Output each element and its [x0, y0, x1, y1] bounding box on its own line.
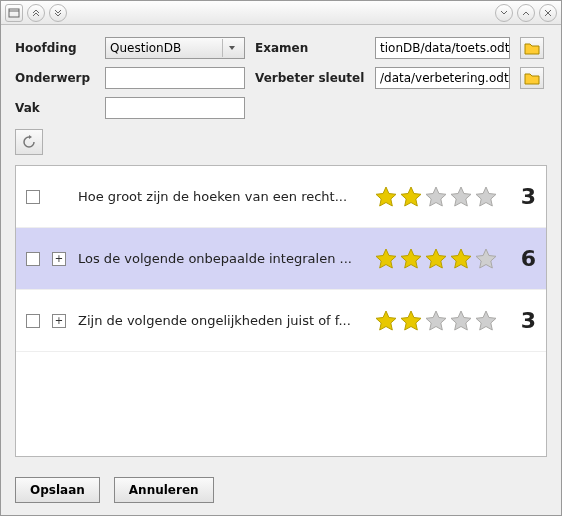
app-window: Hoofding QuestionDB Examen tionDB/data/t… [0, 0, 562, 516]
question-count: 3 [512, 184, 536, 209]
expand-icon[interactable]: + [52, 314, 66, 328]
question-text: Zijn de volgende ongelijkheden juist of … [78, 313, 360, 328]
star-icon [424, 309, 448, 333]
examen-browse-button[interactable] [520, 37, 544, 59]
close-icon[interactable] [539, 4, 557, 22]
rating-stars [374, 247, 498, 271]
star-icon [474, 309, 498, 333]
star-icon [399, 247, 423, 271]
star-icon [424, 247, 448, 271]
svg-rect-0 [9, 9, 19, 17]
hoofding-dropdown[interactable]: QuestionDB [105, 37, 245, 59]
question-count: 3 [512, 308, 536, 333]
form-grid: Hoofding QuestionDB Examen tionDB/data/t… [15, 37, 547, 119]
maximize-icon[interactable] [517, 4, 535, 22]
question-row[interactable]: +Los de volgende onbepaalde integralen .… [16, 228, 546, 290]
row-checkbox[interactable] [26, 252, 40, 266]
verbeter-value: /data/verbetering.odt [380, 71, 509, 85]
onderwerp-label: Onderwerp [15, 71, 95, 85]
cancel-button[interactable]: Annuleren [114, 477, 214, 503]
titlebar [1, 1, 561, 25]
question-text: Hoe groot zijn de hoeken van een recht..… [78, 189, 360, 204]
vak-label: Vak [15, 101, 95, 115]
save-button[interactable]: Opslaan [15, 477, 100, 503]
rollup-down-icon[interactable] [49, 4, 67, 22]
refresh-button[interactable] [15, 129, 43, 155]
star-icon [424, 185, 448, 209]
minimize-icon[interactable] [495, 4, 513, 22]
hoofding-label: Hoofding [15, 41, 95, 55]
verbeter-label: Verbeter sleutel [255, 71, 365, 85]
star-icon [399, 309, 423, 333]
app-menu-icon[interactable] [5, 4, 23, 22]
star-icon [374, 185, 398, 209]
star-icon [374, 309, 398, 333]
refresh-icon [21, 134, 37, 150]
examen-value: tionDB/data/toets.odt [380, 41, 509, 55]
star-icon [474, 247, 498, 271]
rollup-up-icon[interactable] [27, 4, 45, 22]
row-checkbox[interactable] [26, 190, 40, 204]
expand-icon[interactable]: + [52, 252, 66, 266]
question-row[interactable]: Hoe groot zijn de hoeken van een recht..… [16, 166, 546, 228]
chevron-down-icon [222, 39, 240, 57]
star-icon [474, 185, 498, 209]
star-icon [449, 309, 473, 333]
star-icon [374, 247, 398, 271]
question-list: Hoe groot zijn de hoeken van een recht..… [15, 165, 547, 457]
star-icon [399, 185, 423, 209]
verbeter-browse-button[interactable] [520, 67, 544, 89]
verbeter-field[interactable]: /data/verbetering.odt [375, 67, 510, 89]
star-icon [449, 247, 473, 271]
examen-field[interactable]: tionDB/data/toets.odt [375, 37, 510, 59]
star-icon [449, 185, 473, 209]
rating-stars [374, 309, 498, 333]
question-count: 6 [512, 246, 536, 271]
examen-label: Examen [255, 41, 365, 55]
row-checkbox[interactable] [26, 314, 40, 328]
onderwerp-field[interactable] [105, 67, 245, 89]
vak-field[interactable] [105, 97, 245, 119]
hoofding-value: QuestionDB [110, 41, 222, 55]
question-row[interactable]: +Zijn de volgende ongelijkheden juist of… [16, 290, 546, 352]
footer: Opslaan Annuleren [1, 467, 561, 515]
rating-stars [374, 185, 498, 209]
question-text: Los de volgende onbepaalde integralen ..… [78, 251, 360, 266]
